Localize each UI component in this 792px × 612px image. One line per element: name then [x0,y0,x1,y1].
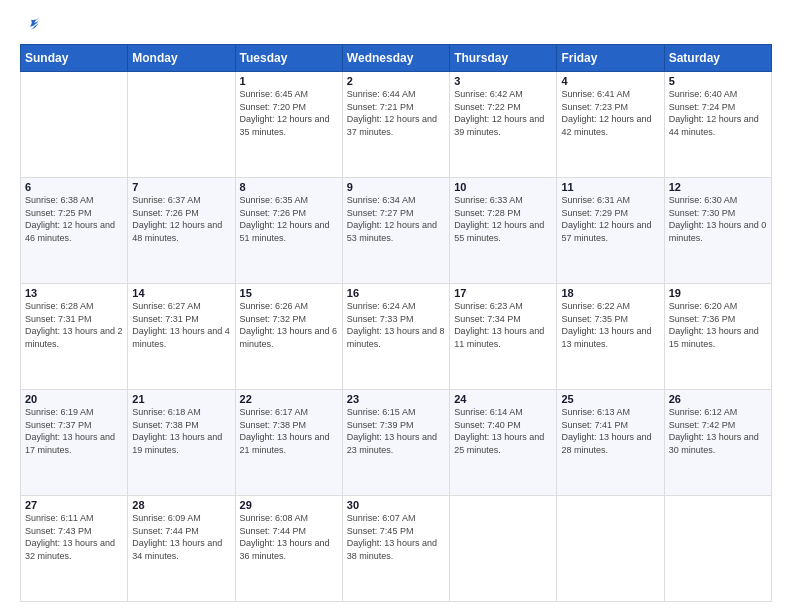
day-info: Sunrise: 6:37 AMSunset: 7:26 PMDaylight:… [132,194,230,244]
calendar-cell: 28Sunrise: 6:09 AMSunset: 7:44 PMDayligh… [128,496,235,602]
calendar-cell: 24Sunrise: 6:14 AMSunset: 7:40 PMDayligh… [450,390,557,496]
calendar-cell: 2Sunrise: 6:44 AMSunset: 7:21 PMDaylight… [342,72,449,178]
calendar-cell: 16Sunrise: 6:24 AMSunset: 7:33 PMDayligh… [342,284,449,390]
week-row-3: 13Sunrise: 6:28 AMSunset: 7:31 PMDayligh… [21,284,772,390]
week-row-2: 6Sunrise: 6:38 AMSunset: 7:25 PMDaylight… [21,178,772,284]
day-info: Sunrise: 6:18 AMSunset: 7:38 PMDaylight:… [132,406,230,456]
day-info: Sunrise: 6:34 AMSunset: 7:27 PMDaylight:… [347,194,445,244]
day-info: Sunrise: 6:07 AMSunset: 7:45 PMDaylight:… [347,512,445,562]
calendar-cell [21,72,128,178]
week-row-5: 27Sunrise: 6:11 AMSunset: 7:43 PMDayligh… [21,496,772,602]
day-number: 11 [561,181,659,193]
day-info: Sunrise: 6:38 AMSunset: 7:25 PMDaylight:… [25,194,123,244]
day-info: Sunrise: 6:17 AMSunset: 7:38 PMDaylight:… [240,406,338,456]
day-number: 20 [25,393,123,405]
day-info: Sunrise: 6:41 AMSunset: 7:23 PMDaylight:… [561,88,659,138]
day-number: 4 [561,75,659,87]
calendar-cell: 19Sunrise: 6:20 AMSunset: 7:36 PMDayligh… [664,284,771,390]
calendar-cell: 30Sunrise: 6:07 AMSunset: 7:45 PMDayligh… [342,496,449,602]
day-number: 28 [132,499,230,511]
day-number: 13 [25,287,123,299]
day-number: 19 [669,287,767,299]
day-number: 5 [669,75,767,87]
day-number: 16 [347,287,445,299]
calendar-cell: 23Sunrise: 6:15 AMSunset: 7:39 PMDayligh… [342,390,449,496]
day-info: Sunrise: 6:08 AMSunset: 7:44 PMDaylight:… [240,512,338,562]
day-number: 6 [25,181,123,193]
calendar-cell: 6Sunrise: 6:38 AMSunset: 7:25 PMDaylight… [21,178,128,284]
day-info: Sunrise: 6:44 AMSunset: 7:21 PMDaylight:… [347,88,445,138]
day-number: 17 [454,287,552,299]
day-number: 14 [132,287,230,299]
calendar-cell: 8Sunrise: 6:35 AMSunset: 7:26 PMDaylight… [235,178,342,284]
calendar-cell: 21Sunrise: 6:18 AMSunset: 7:38 PMDayligh… [128,390,235,496]
calendar-cell: 12Sunrise: 6:30 AMSunset: 7:30 PMDayligh… [664,178,771,284]
day-info: Sunrise: 6:30 AMSunset: 7:30 PMDaylight:… [669,194,767,244]
week-row-4: 20Sunrise: 6:19 AMSunset: 7:37 PMDayligh… [21,390,772,496]
day-number: 3 [454,75,552,87]
weekday-sunday: Sunday [21,45,128,72]
day-info: Sunrise: 6:13 AMSunset: 7:41 PMDaylight:… [561,406,659,456]
calendar-cell: 10Sunrise: 6:33 AMSunset: 7:28 PMDayligh… [450,178,557,284]
weekday-header-row: SundayMondayTuesdayWednesdayThursdayFrid… [21,45,772,72]
calendar-cell: 1Sunrise: 6:45 AMSunset: 7:20 PMDaylight… [235,72,342,178]
day-info: Sunrise: 6:12 AMSunset: 7:42 PMDaylight:… [669,406,767,456]
day-number: 27 [25,499,123,511]
day-number: 7 [132,181,230,193]
day-number: 12 [669,181,767,193]
calendar-cell: 29Sunrise: 6:08 AMSunset: 7:44 PMDayligh… [235,496,342,602]
weekday-friday: Friday [557,45,664,72]
calendar-cell: 25Sunrise: 6:13 AMSunset: 7:41 PMDayligh… [557,390,664,496]
calendar-cell: 27Sunrise: 6:11 AMSunset: 7:43 PMDayligh… [21,496,128,602]
calendar-cell [450,496,557,602]
calendar-cell: 14Sunrise: 6:27 AMSunset: 7:31 PMDayligh… [128,284,235,390]
day-number: 24 [454,393,552,405]
day-info: Sunrise: 6:33 AMSunset: 7:28 PMDaylight:… [454,194,552,244]
calendar-cell: 9Sunrise: 6:34 AMSunset: 7:27 PMDaylight… [342,178,449,284]
day-number: 8 [240,181,338,193]
day-number: 29 [240,499,338,511]
day-info: Sunrise: 6:45 AMSunset: 7:20 PMDaylight:… [240,88,338,138]
day-number: 22 [240,393,338,405]
calendar-cell: 4Sunrise: 6:41 AMSunset: 7:23 PMDaylight… [557,72,664,178]
calendar-cell: 13Sunrise: 6:28 AMSunset: 7:31 PMDayligh… [21,284,128,390]
day-info: Sunrise: 6:27 AMSunset: 7:31 PMDaylight:… [132,300,230,350]
day-info: Sunrise: 6:19 AMSunset: 7:37 PMDaylight:… [25,406,123,456]
calendar-cell: 15Sunrise: 6:26 AMSunset: 7:32 PMDayligh… [235,284,342,390]
day-info: Sunrise: 6:42 AMSunset: 7:22 PMDaylight:… [454,88,552,138]
day-number: 15 [240,287,338,299]
calendar-cell: 5Sunrise: 6:40 AMSunset: 7:24 PMDaylight… [664,72,771,178]
day-info: Sunrise: 6:24 AMSunset: 7:33 PMDaylight:… [347,300,445,350]
day-number: 10 [454,181,552,193]
calendar-cell: 26Sunrise: 6:12 AMSunset: 7:42 PMDayligh… [664,390,771,496]
day-number: 9 [347,181,445,193]
day-number: 30 [347,499,445,511]
calendar-cell: 17Sunrise: 6:23 AMSunset: 7:34 PMDayligh… [450,284,557,390]
day-info: Sunrise: 6:15 AMSunset: 7:39 PMDaylight:… [347,406,445,456]
day-info: Sunrise: 6:31 AMSunset: 7:29 PMDaylight:… [561,194,659,244]
calendar-cell: 11Sunrise: 6:31 AMSunset: 7:29 PMDayligh… [557,178,664,284]
day-number: 2 [347,75,445,87]
calendar-cell [128,72,235,178]
logo [20,16,40,34]
day-info: Sunrise: 6:35 AMSunset: 7:26 PMDaylight:… [240,194,338,244]
weekday-wednesday: Wednesday [342,45,449,72]
day-number: 1 [240,75,338,87]
weekday-saturday: Saturday [664,45,771,72]
weekday-tuesday: Tuesday [235,45,342,72]
day-info: Sunrise: 6:20 AMSunset: 7:36 PMDaylight:… [669,300,767,350]
day-info: Sunrise: 6:23 AMSunset: 7:34 PMDaylight:… [454,300,552,350]
calendar-cell [664,496,771,602]
day-number: 25 [561,393,659,405]
calendar-cell: 7Sunrise: 6:37 AMSunset: 7:26 PMDaylight… [128,178,235,284]
calendar-cell: 20Sunrise: 6:19 AMSunset: 7:37 PMDayligh… [21,390,128,496]
day-info: Sunrise: 6:28 AMSunset: 7:31 PMDaylight:… [25,300,123,350]
calendar-cell: 18Sunrise: 6:22 AMSunset: 7:35 PMDayligh… [557,284,664,390]
week-row-1: 1Sunrise: 6:45 AMSunset: 7:20 PMDaylight… [21,72,772,178]
day-info: Sunrise: 6:14 AMSunset: 7:40 PMDaylight:… [454,406,552,456]
day-number: 18 [561,287,659,299]
logo-text [20,16,40,34]
page: SundayMondayTuesdayWednesdayThursdayFrid… [0,0,792,612]
header [20,16,772,34]
calendar-cell: 22Sunrise: 6:17 AMSunset: 7:38 PMDayligh… [235,390,342,496]
